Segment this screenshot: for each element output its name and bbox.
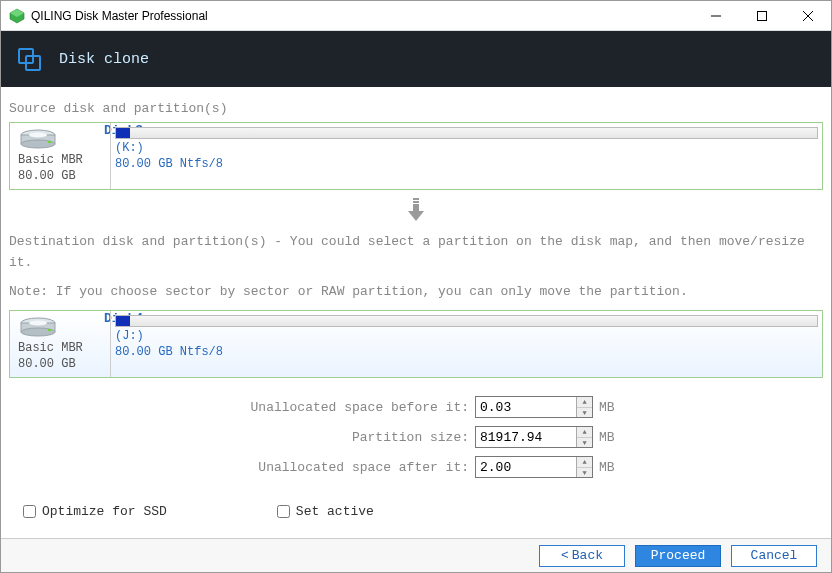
svg-marker-16: [408, 211, 424, 221]
svg-rect-14: [413, 201, 419, 203]
source-partition-map[interactable]: (K:) 80.00 GB Ntfs/8: [110, 123, 822, 189]
chevron-left-icon: <: [561, 548, 569, 563]
footer: < Back Proceed Cancel: [1, 538, 831, 572]
unalloc-after-step-up[interactable]: ▲: [577, 457, 592, 468]
unalloc-after-step-down[interactable]: ▼: [577, 468, 592, 478]
source-disk-panel[interactable]: Disk3 Basic MBR 80.00 GB (K:) 80.00 GB N…: [9, 122, 823, 190]
source-partition-used: [116, 128, 130, 138]
back-button[interactable]: < Back: [539, 545, 625, 567]
destination-partition-bar[interactable]: [115, 315, 818, 327]
source-section-label: Source disk and partition(s): [9, 101, 823, 116]
svg-rect-3: [758, 11, 767, 20]
svg-rect-13: [413, 198, 419, 200]
titlebar: QILING Disk Master Professional: [1, 1, 831, 31]
destination-disk-panel[interactable]: Disk4 Basic MBR 80.00 GB (J:) 80.00 GB N…: [9, 310, 823, 378]
window-controls: [693, 1, 831, 30]
svg-rect-12: [48, 141, 51, 143]
maximize-button[interactable]: [739, 1, 785, 30]
partition-size-label: Partition size:: [209, 430, 469, 445]
unalloc-before-step-up[interactable]: ▲: [577, 397, 592, 408]
source-disk-size: 80.00 GB: [18, 169, 76, 183]
unalloc-before-step-down[interactable]: ▼: [577, 408, 592, 418]
hard-drive-icon: [18, 129, 58, 149]
set-active-input[interactable]: [277, 505, 290, 518]
svg-point-20: [29, 321, 47, 326]
cancel-button[interactable]: Cancel: [731, 545, 817, 567]
optimize-ssd-label: Optimize for SSD: [42, 504, 167, 519]
unalloc-after-input-wrap: ▲ ▼: [475, 456, 593, 478]
disk-clone-icon: [17, 46, 43, 72]
destination-partition-info: 80.00 GB Ntfs/8: [115, 345, 818, 359]
cancel-button-label: Cancel: [751, 548, 798, 563]
proceed-button-label: Proceed: [651, 548, 706, 563]
hard-drive-icon: [18, 317, 58, 337]
back-button-label: Back: [572, 548, 603, 563]
proceed-button[interactable]: Proceed: [635, 545, 721, 567]
source-partition-letter: (K:): [115, 141, 818, 155]
svg-rect-21: [48, 329, 51, 331]
minimize-button[interactable]: [693, 1, 739, 30]
unit-label: MB: [599, 430, 623, 445]
destination-partition-letter: (J:): [115, 329, 818, 343]
destination-note: Note: If you choose sector by sector or …: [9, 282, 823, 303]
arrow-down-icon: [9, 198, 823, 226]
svg-rect-15: [413, 204, 419, 211]
window-title: QILING Disk Master Professional: [31, 9, 693, 23]
destination-partition-map[interactable]: (J:) 80.00 GB Ntfs/8: [110, 311, 822, 377]
source-disk-info: Disk3 Basic MBR 80.00 GB: [10, 123, 110, 189]
partition-size-step-up[interactable]: ▲: [577, 427, 592, 438]
unalloc-after-input[interactable]: [476, 457, 576, 477]
partition-size-step-down[interactable]: ▼: [577, 438, 592, 448]
partition-size-form: Unallocated space before it: ▲ ▼ MB Part…: [9, 396, 823, 478]
destination-disk-size: 80.00 GB: [18, 357, 76, 371]
app-logo-icon: [9, 8, 25, 24]
main-content: Source disk and partition(s) Disk3 Basic…: [1, 87, 831, 527]
destination-partition-used: [116, 316, 130, 326]
unalloc-before-input-wrap: ▲ ▼: [475, 396, 593, 418]
close-button[interactable]: [785, 1, 831, 30]
destination-disk-type: Basic MBR: [18, 341, 83, 355]
set-active-checkbox[interactable]: Set active: [277, 504, 374, 519]
partition-size-input-wrap: ▲ ▼: [475, 426, 593, 448]
set-active-label: Set active: [296, 504, 374, 519]
source-partition-bar[interactable]: [115, 127, 818, 139]
destination-disk-info: Disk4 Basic MBR 80.00 GB: [10, 311, 110, 377]
optimize-ssd-checkbox[interactable]: Optimize for SSD: [23, 504, 167, 519]
page-header: Disk clone: [1, 31, 831, 87]
unit-label: MB: [599, 460, 623, 475]
options-row: Optimize for SSD Set active: [9, 504, 823, 519]
optimize-ssd-input[interactable]: [23, 505, 36, 518]
destination-section-label: Destination disk and partition(s) - You …: [9, 232, 823, 274]
page-title: Disk clone: [59, 51, 149, 68]
partition-size-input[interactable]: [476, 427, 576, 447]
unalloc-before-input[interactable]: [476, 397, 576, 417]
source-partition-info: 80.00 GB Ntfs/8: [115, 157, 818, 171]
unalloc-before-label: Unallocated space before it:: [209, 400, 469, 415]
svg-point-11: [29, 133, 47, 138]
unalloc-after-label: Unallocated space after it:: [209, 460, 469, 475]
unit-label: MB: [599, 400, 623, 415]
source-disk-type: Basic MBR: [18, 153, 83, 167]
